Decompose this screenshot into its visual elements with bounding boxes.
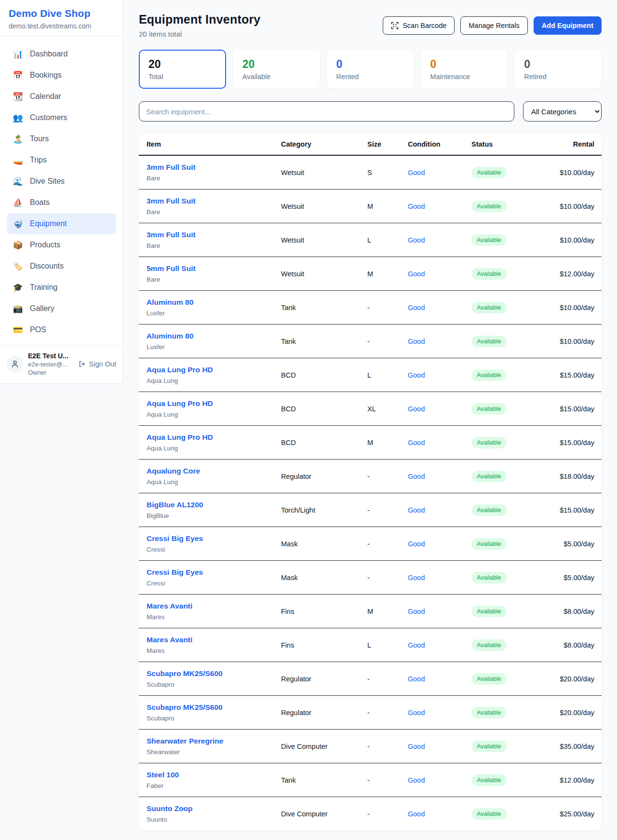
- condition-link[interactable]: Good: [408, 641, 425, 649]
- condition-link[interactable]: Good: [408, 473, 425, 480]
- condition-link[interactable]: Good: [408, 304, 425, 312]
- stat-card-retired[interactable]: 0 Retired: [514, 50, 602, 89]
- item-name-link[interactable]: Scubapro MK25/S600: [147, 703, 281, 712]
- rental-price: $12.00/day: [553, 257, 602, 291]
- equipment-table-body: 3mm Full Suit Bare Wetsuit S Good Availa…: [139, 155, 602, 830]
- item-name-link[interactable]: Aqualung Core: [147, 466, 281, 476]
- item-name-link[interactable]: 3mm Full Suit: [147, 163, 281, 172]
- sidebar-item-gallery[interactable]: 📸 Gallery: [7, 298, 116, 319]
- condition-link[interactable]: Good: [408, 439, 425, 447]
- item-name-link[interactable]: Aluminum 80: [147, 298, 281, 307]
- sidebar-item-label: Products: [30, 241, 60, 249]
- user-block: E2E Test U... e2e-tester@... Owner Sign …: [0, 345, 123, 383]
- scan-barcode-button[interactable]: Scan Barcode: [383, 16, 455, 35]
- sidebar-item-equipment[interactable]: 🤿 Equipment: [7, 213, 116, 234]
- pos-icon: 💳: [13, 325, 23, 335]
- sidebar-item-discounts[interactable]: 🏷️ Discounts: [7, 256, 116, 277]
- condition-link[interactable]: Good: [408, 270, 425, 278]
- status-badge: Available: [471, 268, 507, 280]
- equipment-table: Item Category Size Condition Status Rent…: [139, 133, 602, 830]
- sidebar-item-trips[interactable]: 🚤 Trips: [7, 149, 116, 171]
- item-category: Fins: [281, 595, 367, 628]
- table-row: Steel 100 Faber Tank - Good Available $1…: [139, 763, 602, 797]
- rental-price: $15.00/day: [553, 493, 602, 527]
- item-name-link[interactable]: Steel 100: [147, 770, 281, 780]
- sidebar-item-calendar[interactable]: 📆 Calendar: [7, 86, 116, 107]
- sidebar-item-products[interactable]: 📦 Products: [7, 234, 116, 256]
- rental-price: $15.00/day: [553, 358, 602, 392]
- manage-rentals-button[interactable]: Manage Rentals: [460, 16, 528, 35]
- stat-label: Total: [148, 73, 216, 81]
- sidebar-item-customers[interactable]: 👥 Customers: [7, 107, 116, 128]
- item-category: Tank: [281, 291, 367, 325]
- sidebar-item-boats[interactable]: ⛵ Boats: [7, 192, 116, 213]
- condition-link[interactable]: Good: [408, 608, 425, 615]
- item-name-link[interactable]: Aqua Lung Pro HD: [147, 399, 281, 408]
- sidebar-item-dashboard[interactable]: 📊 Dashboard: [7, 43, 116, 65]
- item-name-link[interactable]: Aluminum 80: [147, 331, 281, 341]
- item-size: -: [367, 561, 408, 595]
- stat-card-available[interactable]: 20 Available: [233, 50, 320, 89]
- status-badge: Available: [471, 707, 507, 718]
- item-size: -: [367, 325, 408, 358]
- condition-link[interactable]: Good: [408, 675, 425, 683]
- sidebar-nav: 📊 Dashboard 📅 Bookings 📆 Calendar 👥 Cust…: [0, 37, 123, 345]
- item-name-link[interactable]: Cressi Big Eyes: [147, 568, 281, 577]
- item-brand: Bare: [147, 174, 281, 182]
- item-name-link[interactable]: Aqua Lung Pro HD: [147, 433, 281, 442]
- stat-card-maintenance[interactable]: 0 Maintenance: [420, 50, 508, 89]
- item-category: Mask: [281, 527, 367, 561]
- item-name-link[interactable]: 3mm Full Suit: [147, 196, 281, 206]
- item-size: M: [367, 595, 408, 628]
- status-badge: Available: [471, 302, 507, 313]
- item-name-link[interactable]: Cressi Big Eyes: [147, 534, 281, 543]
- item-size: -: [367, 662, 408, 696]
- item-name-link[interactable]: Mares Avanti: [147, 635, 281, 645]
- condition-link[interactable]: Good: [408, 405, 425, 413]
- add-equipment-button[interactable]: Add Equipment: [534, 16, 602, 35]
- sidebar-item-label: POS: [30, 325, 46, 334]
- sidebar-item-tours[interactable]: 🏝️ Tours: [7, 128, 116, 149]
- stat-card-rented[interactable]: 0 Rented: [327, 50, 414, 89]
- sidebar-item-dive-sites[interactable]: 🌊 Dive Sites: [7, 171, 116, 192]
- condition-link[interactable]: Good: [408, 574, 425, 582]
- item-name-link[interactable]: 3mm Full Suit: [147, 230, 281, 240]
- table-row: Aqua Lung Pro HD Aqua Lung BCD L Good Av…: [139, 358, 602, 392]
- rental-price: $10.00/day: [553, 223, 602, 257]
- condition-link[interactable]: Good: [408, 338, 425, 345]
- search-input[interactable]: [139, 101, 514, 122]
- user-meta: E2E Test U... e2e-tester@... Owner: [28, 352, 73, 377]
- condition-link[interactable]: Good: [408, 810, 425, 818]
- page-title: Equipment Inventory: [139, 13, 260, 27]
- condition-link[interactable]: Good: [408, 540, 425, 548]
- item-name-link[interactable]: BigBlue AL1200: [147, 500, 281, 510]
- item-name-link[interactable]: Mares Avanti: [147, 601, 281, 611]
- item-size: -: [367, 291, 408, 325]
- stat-card-total[interactable]: 20 Total: [139, 50, 226, 89]
- item-category: Regulator: [281, 662, 367, 696]
- condition-link[interactable]: Good: [408, 776, 425, 784]
- sidebar-item-bookings[interactable]: 📅 Bookings: [7, 65, 116, 86]
- item-name-link[interactable]: 5mm Full Suit: [147, 264, 281, 273]
- rental-price: $20.00/day: [553, 696, 602, 730]
- item-name-link[interactable]: Scubapro MK25/S600: [147, 669, 281, 678]
- item-size: -: [367, 730, 408, 763]
- item-name-link[interactable]: Suunto Zoop: [147, 804, 281, 813]
- condition-link[interactable]: Good: [408, 203, 425, 210]
- sidebar-item-training[interactable]: 🎓 Training: [7, 277, 116, 298]
- items-total-count: 20 items total: [139, 30, 260, 38]
- column-header-rental: Rental: [553, 133, 602, 155]
- condition-link[interactable]: Good: [408, 169, 425, 176]
- condition-link[interactable]: Good: [408, 709, 425, 717]
- category-select[interactable]: All Categories: [523, 101, 602, 122]
- item-name-link[interactable]: Aqua Lung Pro HD: [147, 365, 281, 375]
- condition-link[interactable]: Good: [408, 371, 425, 379]
- sidebar-item-pos[interactable]: 💳 POS: [7, 319, 116, 340]
- status-badge: Available: [471, 234, 507, 246]
- item-name-link[interactable]: Shearwater Peregrine: [147, 736, 281, 746]
- column-header-condition: Condition: [408, 133, 471, 155]
- condition-link[interactable]: Good: [408, 236, 425, 244]
- sign-out-button[interactable]: Sign Out: [78, 360, 116, 368]
- condition-link[interactable]: Good: [408, 506, 425, 514]
- condition-link[interactable]: Good: [408, 743, 425, 750]
